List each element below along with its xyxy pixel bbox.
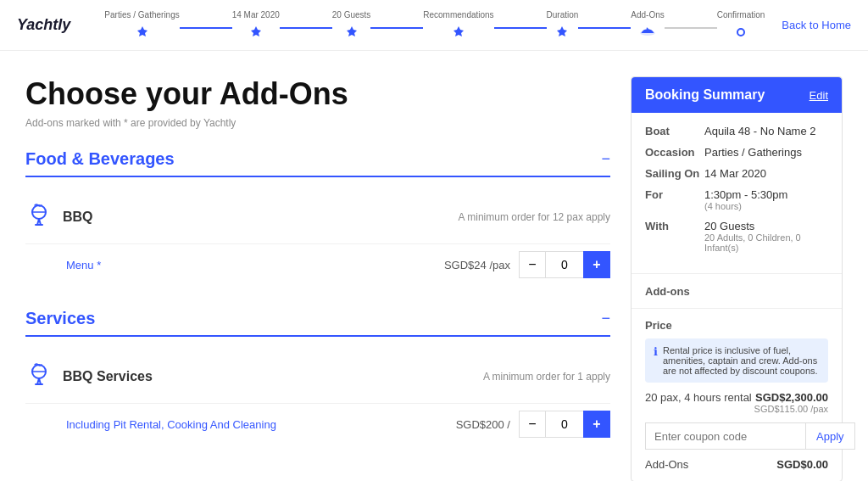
booking-value-occasion: Parties / Gatherings bbox=[704, 146, 802, 159]
booking-value-with: 20 Guests bbox=[704, 220, 828, 232]
step-icon-recommendations bbox=[450, 23, 467, 40]
step-label-date: 14 Mar 2020 bbox=[232, 10, 280, 20]
rental-per-pax: SGD$115.00 /pax bbox=[754, 404, 828, 414]
connector-1 bbox=[180, 27, 232, 29]
bbq-sub-row: Menu * SGD$24 /pax − + bbox=[25, 244, 610, 292]
step-icon-confirmation bbox=[732, 23, 749, 40]
bbq-services-min-order: A minimum order for 1 apply bbox=[483, 371, 610, 383]
step-icon-addons bbox=[639, 23, 656, 40]
bbq-services-link[interactable]: Including Pit Rental, Cooking And Cleani… bbox=[66, 418, 456, 431]
connector-4 bbox=[494, 27, 547, 29]
step-date: 14 Mar 2020 bbox=[232, 10, 280, 40]
bbq-price: SGD$24 /pax bbox=[444, 259, 510, 271]
booking-row-with: With 20 Guests 20 Adults, 0 Children, 0 … bbox=[645, 220, 828, 253]
step-label-guests: 20 Guests bbox=[332, 10, 371, 20]
services-header: Services − bbox=[25, 309, 610, 337]
coupon-input[interactable] bbox=[645, 422, 806, 450]
booking-label-sailing: Sailing On bbox=[645, 167, 704, 180]
food-beverages-header: Food & Beverages − bbox=[25, 149, 610, 177]
services-title: Services bbox=[25, 309, 95, 328]
header: Yachtly Parties / Gatherings 14 Mar 2020 bbox=[0, 0, 868, 51]
step-icon-duration bbox=[554, 23, 570, 40]
bbq-services-qty-input[interactable] bbox=[546, 411, 583, 438]
bbq-services-price: SGD$200 / bbox=[456, 418, 510, 431]
page-subtitle: Add-ons marked with * are provided by Ya… bbox=[25, 117, 610, 129]
bbq-qty-input[interactable] bbox=[546, 251, 583, 278]
addons-price-value: SGD$0.00 bbox=[776, 458, 828, 471]
booking-subvalue-with: 20 Adults, 0 Children, 0 Infant(s) bbox=[704, 232, 828, 253]
booking-label-for: For bbox=[645, 188, 704, 211]
booking-row-for: For 1:30pm - 5:30pm (4 hours) bbox=[645, 188, 828, 211]
price-info-text: Rental price is inclusive of fuel, ameni… bbox=[663, 345, 820, 376]
right-panel: Booking Summary Edit Boat Aquila 48 - No… bbox=[631, 76, 843, 481]
bbq-services-item-row: BBQ Services A minimum order for 1 apply bbox=[25, 350, 610, 404]
bbq-icon bbox=[25, 201, 53, 233]
services-toggle[interactable]: − bbox=[601, 310, 610, 327]
bbq-name: BBQ bbox=[63, 210, 459, 225]
price-label: Price bbox=[645, 319, 828, 332]
food-beverages-section: Food & Beverages − BBQ A minimum ord bbox=[25, 149, 610, 292]
progress-bar: Parties / Gatherings 14 Mar 2020 20 Gues… bbox=[104, 10, 765, 40]
booking-edit-btn[interactable]: Edit bbox=[810, 89, 828, 102]
bbq-item-row: BBQ A minimum order for 12 pax apply bbox=[25, 191, 610, 244]
price-section: Price ℹ Rental price is inclusive of fue… bbox=[632, 309, 842, 481]
bbq-qty-control: − + bbox=[519, 251, 610, 278]
step-addons: Add-Ons bbox=[631, 10, 664, 40]
rental-label: 20 pax, 4 hours rental bbox=[645, 391, 752, 414]
booking-value-for: 1:30pm - 5:30pm bbox=[704, 188, 787, 201]
bbq-qty-decrease[interactable]: − bbox=[519, 251, 546, 278]
booking-value-boat: Aquila 48 - No Name 2 bbox=[704, 125, 816, 137]
booking-value-sailing: 14 Mar 2020 bbox=[704, 167, 766, 180]
step-label-addons: Add-Ons bbox=[631, 10, 664, 20]
food-beverages-toggle[interactable]: − bbox=[601, 150, 610, 168]
booking-subvalue-for: (4 hours) bbox=[704, 201, 787, 211]
bbq-qty-increase[interactable]: + bbox=[583, 251, 610, 278]
bbq-services-sub-row: Including Pit Rental, Cooking And Cleani… bbox=[25, 404, 610, 451]
bbq-menu-link[interactable]: Menu * bbox=[66, 259, 444, 271]
bbq-services-qty-decrease[interactable]: − bbox=[519, 411, 546, 438]
step-icon-parties bbox=[134, 23, 151, 40]
booking-label-occasion: Occasion bbox=[645, 146, 704, 159]
logo: Yachtly bbox=[17, 16, 70, 34]
step-parties: Parties / Gatherings bbox=[104, 10, 179, 40]
booking-body: Boat Aquila 48 - No Name 2 Occasion Part… bbox=[632, 113, 842, 274]
booking-card: Booking Summary Edit Boat Aquila 48 - No… bbox=[631, 76, 843, 481]
step-label-confirmation: Confirmation bbox=[717, 10, 765, 20]
booking-label-boat: Boat bbox=[645, 125, 704, 137]
bbq-services-qty-increase[interactable]: + bbox=[583, 411, 610, 438]
rental-price-row: 20 pax, 4 hours rental SGD$2,300.00 SGD$… bbox=[645, 391, 828, 414]
step-icon-date bbox=[248, 23, 264, 40]
addons-section: Add-ons bbox=[632, 274, 842, 309]
booking-label-with: With bbox=[645, 220, 704, 253]
svg-rect-1 bbox=[647, 28, 648, 32]
price-info-box: ℹ Rental price is inclusive of fuel, ame… bbox=[645, 338, 828, 383]
booking-summary-title: Booking Summary bbox=[645, 87, 765, 103]
addons-label: Add-ons bbox=[645, 285, 690, 298]
step-label-duration: Duration bbox=[547, 10, 579, 20]
step-recommendations: Recommendations bbox=[423, 10, 493, 40]
step-confirmation: Confirmation bbox=[717, 10, 765, 40]
main-content: Choose your Add-Ons Add-ons marked with … bbox=[0, 51, 868, 481]
booking-row-boat: Boat Aquila 48 - No Name 2 bbox=[645, 125, 828, 137]
bbq-services-name: BBQ Services bbox=[63, 369, 483, 384]
apply-coupon-btn[interactable]: Apply bbox=[806, 422, 855, 450]
booking-row-sailing: Sailing On 14 Mar 2020 bbox=[645, 167, 828, 180]
back-home-link[interactable]: Back to Home bbox=[782, 19, 851, 31]
step-icon-guests bbox=[343, 23, 360, 40]
step-duration: Duration bbox=[547, 10, 579, 40]
booking-row-occasion: Occasion Parties / Gatherings bbox=[645, 146, 828, 159]
booking-header: Booking Summary Edit bbox=[632, 77, 842, 113]
connector-3 bbox=[370, 27, 423, 29]
page-title: Choose your Add-Ons bbox=[25, 76, 610, 112]
rental-value: SGD$2,300.00 bbox=[754, 391, 828, 404]
services-section: Services − BBQ Services A minimum or bbox=[25, 309, 610, 451]
addons-price-label: Add-Ons bbox=[645, 458, 688, 471]
left-panel: Choose your Add-Ons Add-ons marked with … bbox=[25, 76, 610, 481]
coupon-row: Apply bbox=[645, 422, 828, 450]
bbq-min-order: A minimum order for 12 pax apply bbox=[459, 211, 610, 223]
step-label-parties: Parties / Gatherings bbox=[104, 10, 179, 20]
connector-2 bbox=[280, 27, 332, 29]
bbq-services-icon bbox=[25, 361, 53, 393]
connector-6 bbox=[665, 27, 717, 29]
food-beverages-title: Food & Beverages bbox=[25, 149, 175, 169]
